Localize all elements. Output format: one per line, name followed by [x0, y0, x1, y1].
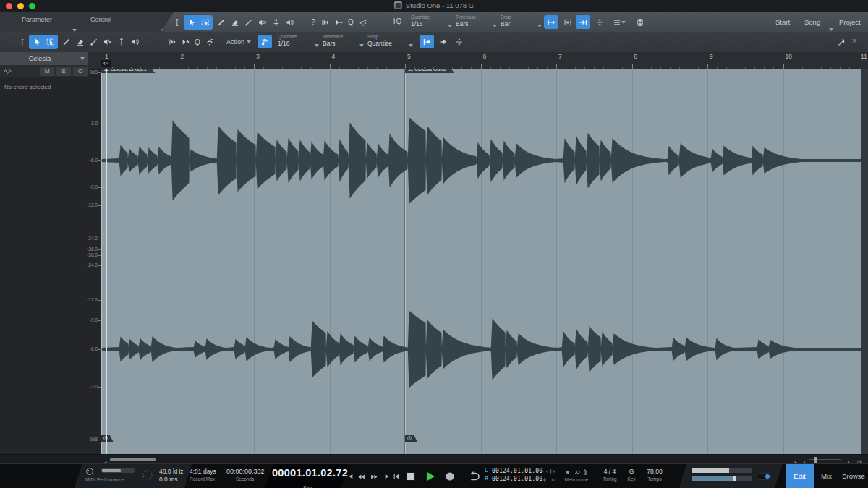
timebase-dropdown[interactable]: Timebase Bars [323, 34, 365, 50]
zoom-presets-button[interactable] [856, 456, 863, 463]
pencil-tool-button[interactable] [214, 15, 228, 30]
close-editor-button[interactable]: × [852, 36, 856, 45]
zoom-window-button[interactable] [29, 3, 35, 9]
chevron-down-icon[interactable] [247, 40, 251, 43]
parameter-dropdown[interactable]: Parameter [22, 16, 52, 23]
punch-out-icon[interactable] [550, 476, 557, 484]
mix-view-button[interactable]: Mix [814, 464, 839, 488]
quantize-dropdown[interactable]: Quantize 1/16 [411, 14, 453, 30]
pre-roll-icon[interactable] [541, 468, 548, 475]
cursor-follow-button[interactable] [437, 35, 450, 48]
chevron-down-icon[interactable] [829, 28, 833, 31]
close-window-button[interactable] [6, 3, 12, 9]
scroll-left-arrow[interactable] [102, 456, 109, 463]
q-button[interactable]: Q [192, 38, 203, 46]
key-value[interactable]: G [625, 468, 638, 475]
mute-tool-button[interactable] [101, 35, 114, 49]
arrow-tool-button[interactable] [184, 15, 198, 30]
scroll-right-arrow[interactable] [793, 456, 799, 463]
play-to-button[interactable] [179, 35, 192, 49]
play-from-button[interactable] [165, 35, 179, 49]
auto-punch-icon[interactable] [541, 476, 548, 484]
marker-follow-button[interactable] [561, 15, 574, 29]
snap-dropdown[interactable]: Snap Quantize [367, 34, 414, 50]
playhead[interactable] [106, 69, 107, 454]
bracket-tool[interactable]: [ [17, 38, 27, 46]
seconds-value[interactable]: 00:00:00.332 [226, 468, 265, 475]
punch-in-icon[interactable] [550, 468, 557, 475]
action-dropdown[interactable]: Action [226, 38, 244, 46]
q-button[interactable]: Q [346, 18, 356, 26]
follow-cursor-button[interactable] [576, 15, 590, 29]
quantize-note-button[interactable] [258, 35, 272, 48]
clip-name-tab[interactable]: 11 Celesta Outro [405, 69, 454, 73]
paint-tool-button[interactable] [87, 35, 101, 49]
macro-button[interactable] [203, 35, 216, 49]
mute-button[interactable]: M [40, 67, 54, 76]
rewind-button[interactable] [357, 473, 365, 481]
track-selector[interactable]: Celesta [0, 52, 88, 66]
grid-options-button[interactable] [610, 15, 628, 29]
help-button[interactable]: ? [308, 18, 318, 26]
metronome-setup-icon[interactable] [573, 468, 580, 476]
zoom-out-arrow[interactable] [801, 456, 808, 463]
pencil-tool-button[interactable] [59, 35, 73, 49]
step-back-button[interactable] [347, 473, 354, 480]
bars-time-display[interactable]: 00001.01.02.72 [272, 467, 344, 479]
step-forward-button[interactable] [383, 473, 391, 480]
metronome-icon[interactable] [582, 468, 589, 476]
detach-editor-button[interactable] [835, 35, 848, 49]
clip-name-tab[interactable]: 11 Celesta Bridge1 [101, 69, 156, 73]
open-instrument-button[interactable]: O [73, 67, 88, 76]
loop-start-value[interactable]: 00124.01.01.00 [492, 468, 542, 474]
play-to-button[interactable] [332, 15, 346, 30]
tempo-value[interactable]: 78.00 [642, 468, 667, 475]
play-button[interactable] [424, 470, 437, 483]
control-dropdown[interactable]: Control [90, 16, 111, 23]
project-page-button[interactable]: Project [839, 12, 861, 32]
loop-end-value[interactable]: 00124.01.01.00 [492, 476, 542, 482]
timebase-dropdown[interactable]: Timebase Bars [456, 14, 498, 30]
play-from-button[interactable] [318, 15, 332, 30]
auto-zoom-button[interactable] [593, 15, 606, 29]
loop-button[interactable] [466, 471, 480, 482]
minimize-window-button[interactable] [17, 3, 24, 9]
split-tool-button[interactable] [114, 35, 128, 49]
midi-knob-icon[interactable] [85, 467, 94, 476]
macro-button[interactable] [356, 15, 370, 30]
zoom-in-arrow[interactable] [845, 456, 851, 463]
monitor-toggle[interactable] [757, 473, 771, 480]
browse-view-button[interactable]: Browse [839, 464, 868, 488]
count-in-icon[interactable] [564, 468, 571, 476]
listen-tool-button[interactable] [128, 35, 142, 49]
arrow-tool-button[interactable] [30, 35, 43, 49]
eraser-tool-button[interactable] [228, 15, 242, 30]
record-button[interactable] [444, 471, 456, 482]
video-button[interactable] [634, 15, 647, 29]
timing-value[interactable]: 4 / 4 [599, 468, 621, 475]
fast-forward-button[interactable] [370, 473, 378, 481]
start-page-button[interactable]: Start [775, 12, 790, 32]
autoscroll-button[interactable] [544, 15, 558, 29]
paint-tool-button[interactable] [242, 15, 255, 30]
split-tool-button[interactable] [269, 15, 283, 30]
clip-gain-line[interactable] [101, 442, 861, 442]
timeline-ruler[interactable]: 4/4 1234567891011 [88, 52, 868, 70]
quantize-dropdown[interactable]: Quantize 1/16 [278, 34, 320, 50]
bracket-tool[interactable]: [ [172, 18, 182, 26]
waveform-editor-area[interactable]: 11 Celesta Bridge111 Celesta Outro [101, 69, 868, 454]
eraser-tool-button[interactable] [73, 35, 87, 49]
range-tool-button[interactable] [198, 15, 212, 30]
snap-enable-button[interactable] [420, 35, 434, 48]
return-to-start-button[interactable] [393, 473, 400, 480]
edit-view-button[interactable]: Edit [786, 464, 814, 488]
vertical-zoom-button[interactable] [453, 35, 466, 48]
listen-tool-button[interactable] [283, 15, 297, 30]
stop-button[interactable] [405, 471, 417, 482]
range-tool-button[interactable] [43, 35, 57, 49]
mute-tool-button[interactable] [255, 15, 269, 30]
input-quantize-button[interactable]: IQ [393, 17, 403, 25]
horizontal-scrollbar-thumb[interactable] [110, 458, 156, 461]
solo-button[interactable]: S [56, 67, 71, 76]
snap-dropdown[interactable]: Snap Bar [501, 14, 542, 30]
